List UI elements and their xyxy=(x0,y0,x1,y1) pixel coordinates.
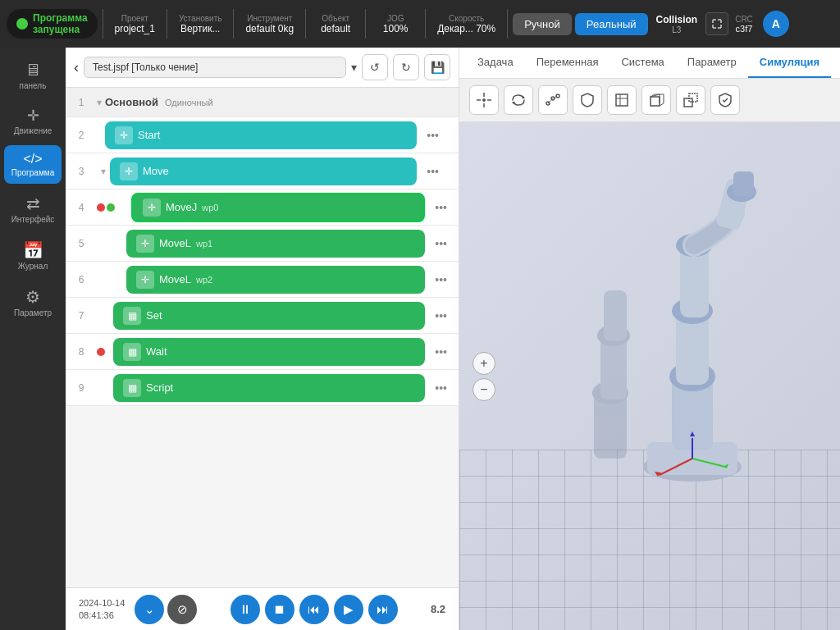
move-chip[interactable]: ✛ Move xyxy=(110,158,417,185)
stop-record-button[interactable]: ⊘ xyxy=(167,595,197,624)
manual-button[interactable]: Ручной xyxy=(513,13,572,35)
collision-value: L3 xyxy=(672,25,681,34)
coord-button[interactable] xyxy=(469,85,499,115)
movel2-chip[interactable]: ✛ MoveL wp2 xyxy=(126,266,425,294)
movel2-label: MoveL xyxy=(159,273,191,285)
sidebar-item-interface[interactable]: ⇄ Интерфейс xyxy=(4,187,62,231)
tab-param[interactable]: Параметр xyxy=(676,48,748,78)
zoom-out-button[interactable]: − xyxy=(472,378,495,401)
set-chip[interactable]: ▦ Set xyxy=(113,302,425,330)
movej-label: MoveJ xyxy=(166,201,197,213)
undo-button[interactable]: ↺ xyxy=(362,54,388,80)
box2-button[interactable] xyxy=(641,85,671,115)
tab-simulation[interactable]: Симуляция xyxy=(748,48,831,78)
table-row: 9 ▦ Script ••• xyxy=(66,370,459,406)
sidebar-label-param: Параметр xyxy=(14,308,52,317)
object-label: Объект xyxy=(322,14,349,23)
movel2-more-button[interactable]: ••• xyxy=(430,270,452,290)
wait-chip[interactable]: ▦ Wait xyxy=(113,338,425,366)
real-button[interactable]: Реальный xyxy=(575,13,648,35)
redo-button[interactable]: ↻ xyxy=(393,54,419,80)
stop-button[interactable]: ⏹ xyxy=(265,595,294,624)
shield-button[interactable] xyxy=(573,85,602,115)
separator-2 xyxy=(167,9,167,39)
breakpoint-dot-4[interactable] xyxy=(97,203,105,212)
node-block-4: ✛ MoveJ wp0 ••• xyxy=(118,193,452,222)
movel1-more-button[interactable]: ••• xyxy=(430,234,452,253)
bottom-bar: 2024-10-14 08:41:36 ⌄ ⊘ ⏸ ⏹ ⏮ ▶ ⏭ 8.2 xyxy=(66,587,459,630)
save-button[interactable]: 💾 xyxy=(424,54,450,80)
robot-svg xyxy=(512,147,791,524)
expand-program-button[interactable]: ⌄ xyxy=(135,595,164,624)
sidebar-item-move[interactable]: ✛ Движение xyxy=(4,100,62,142)
jog-info: JOG 100% xyxy=(371,12,420,36)
table-row: 5 ✛ MoveL wp1 ••• xyxy=(66,226,459,262)
section-title-1: Основной xyxy=(105,96,158,108)
movej-icon: ✛ xyxy=(143,199,161,217)
back-button[interactable]: ‹ xyxy=(74,59,79,76)
playback-controls: ⏸ ⏹ ⏮ ▶ ⏭ xyxy=(231,595,398,624)
tool-label: Инструмент xyxy=(247,14,292,23)
movel1-chip[interactable]: ✛ MoveL wp1 xyxy=(126,230,425,258)
script-more-button[interactable]: ••• xyxy=(430,378,452,398)
status-line1: Программа xyxy=(33,12,88,24)
node-block-3: ✛ Move ••• xyxy=(110,158,444,185)
node-block-9: ▦ Script ••• xyxy=(113,374,452,402)
movej-more-button[interactable]: ••• xyxy=(430,198,452,217)
script-label: Script xyxy=(146,381,173,394)
rewind-button[interactable]: ⏮ xyxy=(299,595,329,624)
set-more-button[interactable]: ••• xyxy=(430,306,452,326)
status-dot xyxy=(16,18,28,30)
simulation-toolbar xyxy=(459,79,840,122)
sidebar-label-panel: панель xyxy=(20,81,47,90)
script-chip[interactable]: ▦ Script xyxy=(113,374,425,402)
user-avatar[interactable]: A xyxy=(763,11,789,37)
active-dot-4 xyxy=(107,203,115,212)
move-more-button[interactable]: ••• xyxy=(422,162,444,181)
box3-button[interactable] xyxy=(676,85,705,115)
zoom-in-button[interactable]: + xyxy=(472,352,495,375)
track-button[interactable] xyxy=(538,85,568,115)
gear-icon: ⚙ xyxy=(25,287,40,307)
sidebar-item-panel[interactable]: 🖥 панель xyxy=(4,54,62,97)
robot-viewport: + − xyxy=(459,122,840,630)
tab-task[interactable]: Задача xyxy=(466,48,525,78)
pause-button[interactable]: ⏸ xyxy=(231,595,260,624)
sync-button[interactable] xyxy=(504,85,533,115)
sidebar-item-journal[interactable]: 📅 Журнал xyxy=(4,234,62,277)
speed-info: Скорость Декар... 70% xyxy=(431,12,502,36)
start-more-button[interactable]: ••• xyxy=(422,126,444,145)
topbar: Программа запущена Проект project_1 Уста… xyxy=(0,0,840,48)
fast-forward-button[interactable]: ⏭ xyxy=(368,595,398,624)
table-row: 8 ▦ Wait ••• xyxy=(66,334,459,370)
table-row: 7 ▦ Set ••• xyxy=(66,298,459,334)
project-value: project_1 xyxy=(115,23,155,34)
zoom-controls: + − xyxy=(472,352,495,401)
node-block-5: ✛ MoveL wp1 ••• xyxy=(113,230,452,258)
program-content: 1 ▾ Основной Одиночный 2 ✛ Start ••• xyxy=(66,88,459,587)
sidebar: 🖥 панель ✛ Движение </> Программа ⇄ Инте… xyxy=(0,48,66,630)
set-label: Set xyxy=(146,309,162,322)
row-num-8: 8 xyxy=(66,346,97,358)
shield2-button[interactable] xyxy=(710,85,740,115)
expand-icon[interactable] xyxy=(705,12,728,35)
svg-rect-17 xyxy=(689,94,697,102)
separator-1 xyxy=(103,9,103,39)
arrow-down-3[interactable]: ▾ xyxy=(97,166,110,177)
svg-rect-10 xyxy=(616,94,628,106)
wait-icon: ▦ xyxy=(123,343,141,361)
start-chip[interactable]: ✛ Start xyxy=(105,121,417,149)
movel2-icon: ✛ xyxy=(136,271,154,289)
file-dropdown-button[interactable]: ▾ xyxy=(351,61,357,74)
sidebar-item-param[interactable]: ⚙ Параметр xyxy=(4,281,62,324)
box1-button[interactable] xyxy=(607,85,637,115)
movej-chip[interactable]: ✛ MoveJ wp0 xyxy=(131,193,425,222)
wait-more-button[interactable]: ••• xyxy=(430,342,452,362)
interface-icon: ⇄ xyxy=(26,194,40,213)
breakpoint-dot-8[interactable] xyxy=(97,348,105,356)
arrow-down-1[interactable]: ▾ xyxy=(97,97,102,108)
tab-variable[interactable]: Переменная xyxy=(525,48,610,78)
sidebar-item-program[interactable]: </> Программа xyxy=(4,145,62,184)
play-button[interactable]: ▶ xyxy=(334,595,363,624)
tab-system[interactable]: Система xyxy=(609,48,675,78)
